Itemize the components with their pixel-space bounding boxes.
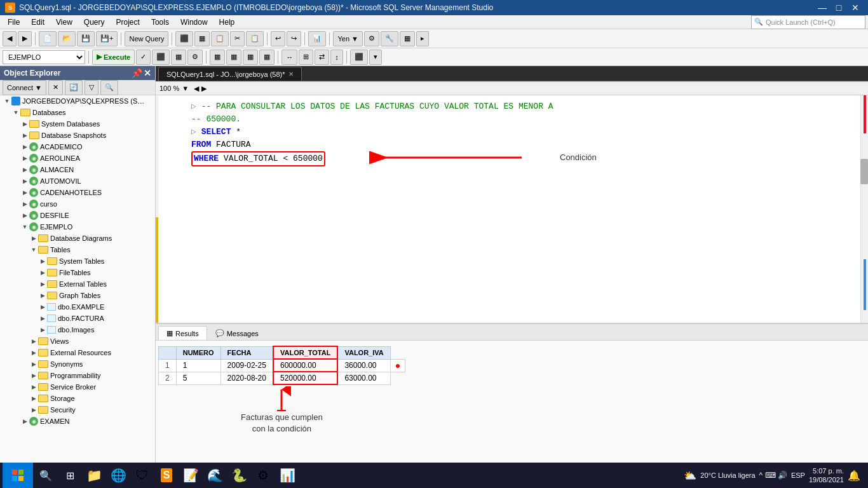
aerolinea-expand[interactable]: ▶: [20, 154, 29, 163]
server-expand[interactable]: ▼: [3, 97, 11, 105]
diagrams-expand[interactable]: ▶: [29, 234, 38, 243]
close-button[interactable]: ✕: [848, 0, 863, 15]
tb-icon3[interactable]: 📋: [211, 31, 229, 46]
tb-icon9[interactable]: ▦: [400, 31, 415, 46]
tables-expand[interactable]: ▼: [29, 245, 38, 254]
security-expand[interactable]: ▶: [29, 405, 38, 414]
exttables-expand[interactable]: ▶: [38, 280, 47, 288]
sql-editor-content[interactable]: 1 2 3 4 5 6 7 8 9: [156, 95, 868, 323]
close-oe-icon[interactable]: ✕: [144, 68, 151, 78]
graphtables-expand[interactable]: ▶: [38, 291, 47, 300]
systables-expand[interactable]: ▶: [38, 257, 47, 266]
python-button[interactable]: 🐍: [227, 464, 250, 487]
tree-db-academico[interactable]: ▶ ◉ ACADEMICO: [0, 141, 155, 152]
menu-file[interactable]: File: [3, 17, 25, 28]
tree-system-tables[interactable]: ▶ System Tables: [0, 255, 155, 267]
storage-expand[interactable]: ▶: [29, 394, 38, 403]
tb-icon4[interactable]: ✂: [230, 31, 245, 46]
tree-db-desfile[interactable]: ▶ ◉ DESFILE: [0, 210, 155, 221]
tree-db-almacen[interactable]: ▶ ◉ ALMACEN: [0, 164, 155, 175]
word-button[interactable]: 📝: [179, 464, 202, 487]
oe-disconnect-button[interactable]: ✕: [48, 80, 63, 95]
tree-db-examen[interactable]: ▶ ◉ EXAMEN: [0, 416, 155, 427]
save-button[interactable]: 💾: [77, 31, 95, 46]
task-view-button[interactable]: ⊞: [58, 464, 81, 487]
almacen-expand[interactable]: ▶: [20, 165, 29, 174]
settings-button[interactable]: ⚙: [252, 464, 275, 487]
tree-synonyms[interactable]: ▶ Synonyms: [0, 358, 155, 370]
tree-system-db[interactable]: ▶ System Databases: [0, 118, 155, 130]
tree-service-broker[interactable]: ▶ Service Broker: [0, 381, 155, 393]
minimize-button[interactable]: —: [815, 0, 830, 15]
tb2-icon2[interactable]: ▦: [226, 50, 241, 65]
tb-icon10[interactable]: ▸: [416, 31, 429, 46]
broker-expand[interactable]: ▶: [29, 383, 38, 391]
chrome-button[interactable]: 🌐: [107, 464, 130, 487]
execute-button[interactable]: ▶ Execute: [92, 50, 135, 65]
synonyms-expand[interactable]: ▶: [29, 360, 38, 369]
tree-storage[interactable]: ▶ Storage: [0, 393, 155, 404]
solution-dropdown[interactable]: Yen ▼: [333, 31, 362, 46]
tree-db-curso[interactable]: ▶ ◉ curso: [0, 198, 155, 210]
tb-icon5[interactable]: 📋: [246, 31, 264, 46]
prog-expand[interactable]: ▶: [29, 371, 38, 380]
ejemplo-expand[interactable]: ▼: [20, 222, 29, 231]
maximize-button[interactable]: □: [831, 0, 846, 15]
zoom-next-icon[interactable]: ▶: [201, 85, 207, 93]
oe-search-button[interactable]: 🔍: [100, 80, 118, 95]
tree-db-diagrams[interactable]: ▶ Database Diagrams: [0, 233, 155, 244]
menu-view[interactable]: View: [51, 17, 78, 28]
tb-icon6[interactable]: 📊: [308, 31, 326, 46]
quick-launch[interactable]: 🔍 Quick Launch (Ctrl+Q): [751, 15, 865, 29]
tb-icon2[interactable]: ▦: [194, 31, 210, 46]
save-all-button[interactable]: 💾+: [96, 31, 118, 46]
automovil-expand[interactable]: ▶: [20, 177, 29, 186]
desfile-expand[interactable]: ▶: [20, 211, 29, 220]
tree-server[interactable]: ▼ JORGEBEDOYAP\SQLEXPRESS (S…: [0, 95, 155, 107]
example-expand[interactable]: ▶: [38, 302, 47, 311]
start-button[interactable]: [3, 463, 33, 488]
views-expand[interactable]: ▶: [29, 337, 38, 346]
database-dropdown[interactable]: EJEMPLO: [3, 50, 85, 64]
menu-edit[interactable]: Edit: [26, 17, 50, 28]
tree-db-ejemplo[interactable]: ▼ ◉ EJEMPLO: [0, 221, 155, 233]
tree-graph-tables[interactable]: ▶ Graph Tables: [0, 290, 155, 301]
tree-db-aerolinea[interactable]: ▶ ◉ AEROLINEA: [0, 152, 155, 164]
tb2-icon3[interactable]: ▦: [243, 50, 258, 65]
search-taskbar-button[interactable]: 🔍: [34, 464, 57, 487]
oe-connect-button[interactable]: Connect ▼: [3, 80, 46, 95]
cadena-expand[interactable]: ▶: [20, 188, 29, 197]
curso-expand[interactable]: ▶: [20, 200, 29, 208]
tb2-icon8[interactable]: ↕: [330, 50, 343, 65]
open-button[interactable]: 📂: [58, 31, 76, 46]
images-expand[interactable]: ▶: [38, 325, 47, 334]
defender-button[interactable]: 🛡: [131, 464, 154, 487]
undo-button[interactable]: ↩: [271, 31, 285, 46]
tree-programmability[interactable]: ▶ Programmability: [0, 370, 155, 381]
tree-security[interactable]: ▶ Security: [0, 404, 155, 416]
messages-tab[interactable]: 💬 Messages: [207, 326, 267, 340]
menu-query[interactable]: Query: [79, 17, 110, 28]
snapshots-expand[interactable]: ▶: [20, 131, 29, 140]
tb2-icon6[interactable]: ⊞: [299, 50, 313, 65]
edge-button[interactable]: 🌊: [203, 464, 226, 487]
tree-db-automovil[interactable]: ▶ ◉ AUTOMOVIL: [0, 175, 155, 187]
tb2-icon10[interactable]: ▾: [369, 50, 382, 65]
tab-close-icon[interactable]: ✕: [288, 71, 294, 78]
file-explorer-button[interactable]: 📁: [83, 464, 105, 487]
tree-views[interactable]: ▶ Views: [0, 336, 155, 347]
oe-filter-button[interactable]: ▽: [85, 80, 98, 95]
tb2-icon7[interactable]: ⇄: [315, 50, 329, 65]
redo-button[interactable]: ↪: [287, 31, 301, 46]
tree-external-resources[interactable]: ▶ External Resources: [0, 347, 155, 358]
filetables-expand[interactable]: ▶: [38, 268, 47, 277]
debug-button[interactable]: ⬛: [152, 50, 170, 65]
editor-scrollbar[interactable]: [860, 95, 868, 323]
menu-tools[interactable]: Tools: [146, 17, 174, 28]
databases-expand[interactable]: ▼: [11, 108, 20, 117]
tree-databases[interactable]: ▼ Databases: [0, 107, 155, 118]
extres-expand[interactable]: ▶: [29, 348, 38, 357]
results-tab[interactable]: ▦ Results: [158, 326, 207, 340]
tree-db-snapshots[interactable]: ▶ Database Snapshots: [0, 130, 155, 141]
pin-icon[interactable]: 📌: [132, 68, 142, 78]
